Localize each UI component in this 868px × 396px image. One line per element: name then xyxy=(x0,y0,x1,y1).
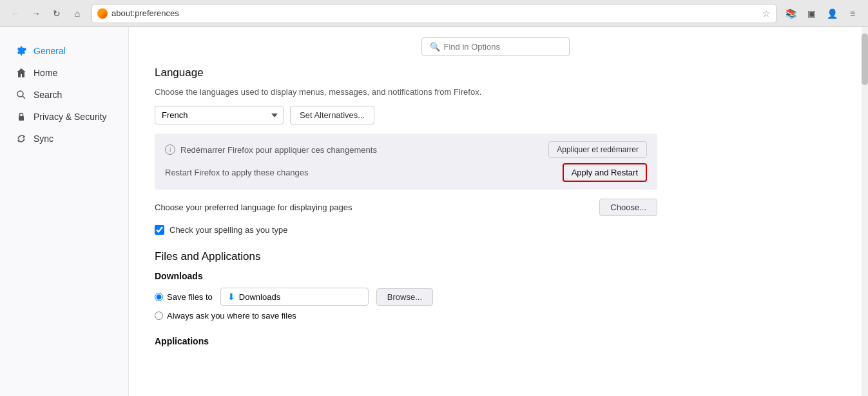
content-area: 🔍 Language Choose the languages used to … xyxy=(129,27,862,396)
notification-left-english: Restart Firefox to apply these changes xyxy=(165,168,309,177)
svg-rect-2 xyxy=(19,116,24,121)
address-bar[interactable]: about:preferences ☆ xyxy=(92,4,776,23)
sidebar-item-home[interactable]: Home xyxy=(5,62,123,84)
notification-left-french: i Redémarrer Firefox pour appliquer ces … xyxy=(165,144,377,155)
sidebar-label-privacy: Privacy & Security xyxy=(34,112,107,122)
sidebar-label-sync: Sync xyxy=(34,134,53,144)
firefox-logo xyxy=(97,8,108,19)
pref-lang-row: Choose your preferred language for displ… xyxy=(155,199,657,216)
applications-subsection-title: Applications xyxy=(155,336,657,346)
sidebar-label-search: Search xyxy=(34,90,62,100)
menu-button[interactable]: ≡ xyxy=(844,5,862,23)
home-button[interactable]: ⌂ xyxy=(68,5,86,23)
sidebar-toggle-button[interactable]: ▣ xyxy=(802,5,820,23)
language-row: French Set Alternatives... xyxy=(155,106,657,124)
settings-content: Language Choose the languages used to di… xyxy=(129,66,683,379)
download-folder-icon: ⬇ xyxy=(227,292,235,302)
browse-button[interactable]: Browse... xyxy=(376,288,433,306)
sidebar-item-sync[interactable]: Sync xyxy=(5,128,123,150)
files-applications-section: Files and Applications Downloads Save fi… xyxy=(155,250,657,346)
pref-lang-label: Choose your preferred language for displ… xyxy=(155,203,352,212)
info-icon: i xyxy=(165,144,175,155)
always-ask-row: Always ask you where to save files xyxy=(155,311,657,321)
sidebar-item-search[interactable]: Search xyxy=(5,84,123,106)
language-section-desc: Choose the languages used to display men… xyxy=(155,87,657,97)
save-files-label: Save files to xyxy=(167,292,213,302)
notification-french-text: Redémarrer Firefox pour appliquer ces ch… xyxy=(180,145,377,155)
sidebar-label-general: General xyxy=(34,46,66,56)
main-layout: General Home Search xyxy=(0,27,868,396)
notification-row-english: Restart Firefox to apply these changes A… xyxy=(165,163,647,182)
downloads-subsection-title: Downloads xyxy=(155,271,657,281)
home-icon xyxy=(15,67,27,79)
reload-button[interactable]: ↻ xyxy=(48,5,66,23)
gear-icon xyxy=(15,45,27,57)
back-button[interactable]: ← xyxy=(6,5,24,23)
lock-icon xyxy=(15,111,27,123)
library-button[interactable]: 📚 xyxy=(782,5,800,23)
spelling-checkbox[interactable] xyxy=(155,225,164,235)
language-select[interactable]: French xyxy=(155,106,284,124)
downloads-path-display: ⬇ Downloads xyxy=(220,288,369,306)
browser-chrome: ← → ↻ ⌂ about:preferences ☆ 📚 ▣ 👤 ≡ xyxy=(0,0,868,27)
sidebar-item-privacy[interactable]: Privacy & Security xyxy=(5,106,123,128)
address-text: about:preferences xyxy=(111,8,758,18)
search-icon xyxy=(15,89,27,101)
always-ask-radio-label[interactable]: Always ask you where to save files xyxy=(155,311,296,321)
nav-buttons: ← → ↻ ⌂ xyxy=(6,5,86,23)
save-files-radio[interactable] xyxy=(155,293,163,301)
downloads-path-label: Downloads xyxy=(239,292,280,302)
account-button[interactable]: 👤 xyxy=(823,5,841,23)
find-search-icon: 🔍 xyxy=(430,42,440,52)
forward-button[interactable]: → xyxy=(27,5,45,23)
bookmark-star-icon[interactable]: ☆ xyxy=(762,8,771,19)
always-ask-radio[interactable] xyxy=(155,312,163,320)
sidebar-label-home: Home xyxy=(34,68,57,78)
save-files-radio-label[interactable]: Save files to xyxy=(155,292,213,302)
notification-row-french: i Redémarrer Firefox pour appliquer ces … xyxy=(165,141,647,158)
language-section-title: Language xyxy=(155,66,657,79)
svg-point-0 xyxy=(17,91,23,97)
page-scrollbar[interactable] xyxy=(862,27,868,396)
scrollbar-thumb[interactable] xyxy=(862,34,868,85)
find-in-options-bar[interactable]: 🔍 xyxy=(421,37,570,56)
svg-line-1 xyxy=(23,96,25,99)
downloads-save-row: Save files to ⬇ Downloads Browse... xyxy=(155,288,657,306)
spelling-label: Check your spelling as you type xyxy=(169,225,288,235)
choose-language-button[interactable]: Choose... xyxy=(599,199,657,216)
sync-icon xyxy=(15,133,27,144)
sidebar: General Home Search xyxy=(0,27,129,396)
find-in-options-input[interactable] xyxy=(444,42,561,52)
appliquer-button[interactable]: Appliquer et redémarrer xyxy=(548,141,647,158)
toolbar-right: 📚 ▣ 👤 ≡ xyxy=(782,5,862,23)
notification-box: i Redémarrer Firefox pour appliquer ces … xyxy=(155,134,657,190)
set-alternatives-button[interactable]: Set Alternatives... xyxy=(290,106,374,124)
always-ask-label: Always ask you where to save files xyxy=(167,311,296,321)
files-section-title: Files and Applications xyxy=(155,250,657,263)
spelling-checkbox-row: Check your spelling as you type xyxy=(155,225,657,235)
search-bar-container: 🔍 xyxy=(129,27,862,66)
sidebar-item-general[interactable]: General xyxy=(5,40,123,62)
apply-and-restart-button[interactable]: Apply and Restart xyxy=(563,163,647,182)
notification-english-text: Restart Firefox to apply these changes xyxy=(165,168,309,177)
